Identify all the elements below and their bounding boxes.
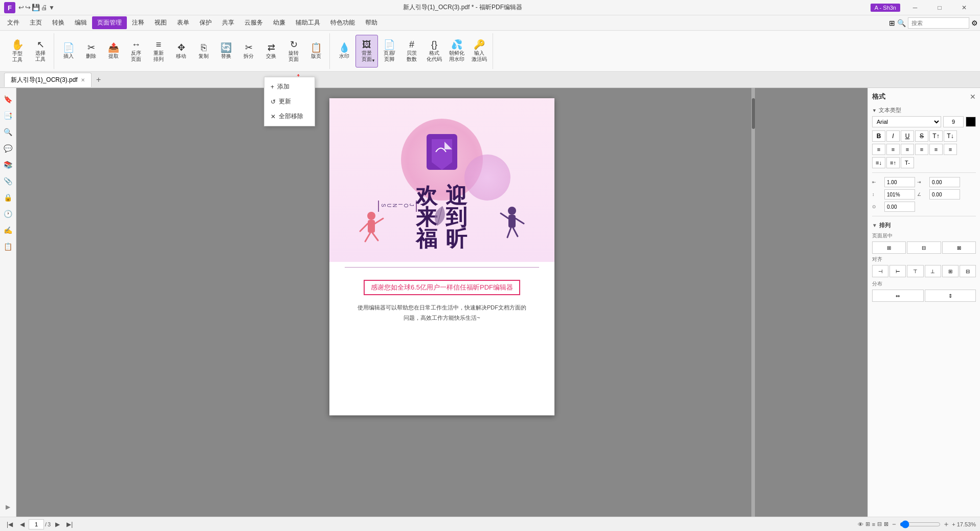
canvas-scrollbar[interactable] bbox=[751, 88, 755, 517]
scrollbar-thumb[interactable] bbox=[752, 98, 755, 129]
background-button[interactable]: 🖼 背景页面 ▼ bbox=[355, 35, 378, 68]
view-grid-icon[interactable]: ⊠ bbox=[884, 521, 888, 527]
zoom-slider[interactable] bbox=[900, 520, 941, 528]
last-page-button[interactable]: ▶| bbox=[64, 519, 75, 530]
menu-help[interactable]: 帮助 bbox=[360, 16, 383, 29]
strikethrough-button[interactable]: S bbox=[915, 130, 928, 142]
align-middle-button[interactable]: ⊞ bbox=[942, 265, 959, 277]
reverse-button[interactable]: ↔ 反序页面 bbox=[125, 35, 147, 68]
active-tab[interactable]: 新人引导(1)_OCR(3).pdf ✕ bbox=[4, 73, 92, 87]
prev-page-button[interactable]: ◀ bbox=[16, 519, 28, 530]
font-size-input[interactable] bbox=[943, 116, 964, 127]
menu-special[interactable]: 幼廉 bbox=[268, 16, 291, 29]
sidebar-digital-icon[interactable]: ✍ bbox=[1, 223, 15, 237]
bold-button[interactable]: B bbox=[872, 130, 885, 142]
menu-edit[interactable]: 编辑 bbox=[70, 16, 92, 29]
reorder-button[interactable]: ≡ 重新排列 bbox=[147, 35, 170, 68]
dropdown-remove-all[interactable]: ✕ 全部移除 bbox=[264, 109, 315, 124]
text-size-button[interactable]: T- bbox=[901, 157, 914, 168]
first-page-button[interactable]: |◀ bbox=[4, 519, 15, 530]
line-spacing-input[interactable] bbox=[884, 189, 915, 200]
bates-button[interactable]: # 贝茨数数 bbox=[400, 35, 423, 68]
print-icon[interactable]: 🖨 bbox=[41, 4, 48, 11]
format-code-button[interactable]: {} 格式化代码 bbox=[423, 35, 446, 68]
view-mode-icon[interactable]: ⊞ bbox=[865, 521, 870, 527]
exchange-button[interactable]: ⇄ 交换 bbox=[260, 35, 282, 68]
save-icon[interactable]: 💾 bbox=[32, 4, 40, 11]
sidebar-search-icon[interactable]: 🔍 bbox=[1, 125, 15, 139]
dropdown-update[interactable]: ↺ 更新 bbox=[264, 94, 315, 109]
sidebar-comment-icon[interactable]: 💬 bbox=[1, 141, 15, 156]
rotate-button[interactable]: ↻ 旋转页面 bbox=[282, 35, 305, 68]
sidebar-copy2-icon[interactable]: 📋 bbox=[1, 239, 15, 254]
align-justify-button[interactable]: ≡ bbox=[915, 144, 928, 155]
menu-file[interactable]: 文件 bbox=[2, 16, 25, 29]
left-spacing-input[interactable] bbox=[884, 177, 915, 187]
sidebar-history-icon[interactable]: 🕐 bbox=[1, 207, 15, 221]
menu-view[interactable]: 视图 bbox=[149, 16, 172, 29]
replace-button[interactable]: 🔄 替换 bbox=[215, 35, 237, 68]
menu-protect[interactable]: 保护 bbox=[194, 16, 217, 29]
redact-watermark-button[interactable]: 💦 朝鲜化用水印 bbox=[446, 35, 468, 68]
list-number-button[interactable]: ≡↑ bbox=[886, 157, 900, 168]
tab-close-button[interactable]: ✕ bbox=[81, 77, 85, 83]
align-left2-button[interactable]: ⊣ bbox=[872, 265, 888, 277]
text-color-picker[interactable] bbox=[966, 117, 976, 127]
menu-features[interactable]: 特色功能 bbox=[325, 16, 360, 29]
align-right-button[interactable]: ≡ bbox=[901, 144, 914, 155]
settings-icon[interactable]: ⚙ bbox=[971, 19, 978, 27]
search-input[interactable] bbox=[908, 17, 969, 29]
close-button[interactable]: ✕ bbox=[952, 0, 976, 15]
header-footer-button[interactable]: 📄 页眉/页脚 bbox=[378, 35, 400, 68]
split-button[interactable]: ✂ 拆分 bbox=[237, 35, 260, 68]
subscript-button[interactable]: T↓ bbox=[944, 130, 957, 142]
align-top2-button[interactable]: ⊥ bbox=[925, 265, 941, 277]
align-left-button[interactable]: ≡ bbox=[872, 144, 885, 155]
zoom-in-button[interactable]: ＋ bbox=[943, 520, 950, 529]
extra-input[interactable] bbox=[884, 202, 915, 212]
template-button[interactable]: 📋 版页 bbox=[305, 35, 327, 68]
menu-cloud[interactable]: 云服务 bbox=[239, 16, 268, 29]
angle-input[interactable] bbox=[929, 189, 960, 200]
align-bottom2-button[interactable]: ⊟ bbox=[960, 265, 976, 277]
align-top-button[interactable]: ≡ bbox=[929, 144, 943, 155]
sidebar-expand-icon[interactable]: ▶ bbox=[4, 501, 12, 513]
underline-button[interactable]: U bbox=[901, 130, 914, 142]
view-list-icon[interactable]: ≡ bbox=[872, 521, 875, 527]
align-bottom-button[interactable]: ≡ bbox=[944, 144, 957, 155]
sidebar-attachment-icon[interactable]: 📎 bbox=[1, 174, 15, 188]
italic-button[interactable]: I bbox=[886, 130, 900, 142]
distribute-v-button[interactable]: ⇕ bbox=[925, 290, 976, 302]
customize-icon[interactable]: ▼ bbox=[49, 4, 55, 11]
align-right2-button[interactable]: ⊤ bbox=[907, 265, 923, 277]
new-tab-button[interactable]: + bbox=[93, 74, 105, 86]
next-page-button[interactable]: ▶ bbox=[52, 519, 63, 530]
menu-annotate[interactable]: 注释 bbox=[127, 16, 149, 29]
select-tool-button[interactable]: ↖ 选择工具 bbox=[29, 35, 52, 68]
activate-button[interactable]: 🔑 输入激活码 bbox=[468, 35, 491, 68]
page-number-input[interactable] bbox=[29, 519, 44, 529]
watermark-button[interactable]: 💧 水印 bbox=[333, 35, 355, 68]
undo-icon[interactable]: ↩ bbox=[18, 4, 24, 11]
menu-share[interactable]: 共享 bbox=[217, 16, 239, 29]
sidebar-bookmark-icon[interactable]: 🔖 bbox=[1, 92, 15, 106]
delete-button[interactable]: ✂ 删除 bbox=[80, 35, 102, 68]
redo-icon[interactable]: ↪ bbox=[25, 4, 31, 11]
minimize-button[interactable]: ─ bbox=[903, 0, 927, 15]
align-center-button[interactable]: ≡ bbox=[886, 144, 900, 155]
menu-page-manage[interactable]: 页面管理 bbox=[92, 16, 127, 29]
font-family-select[interactable]: Arial bbox=[872, 116, 941, 127]
layout-view-icon[interactable]: ⊞ bbox=[889, 19, 895, 27]
superscript-button[interactable]: T↑ bbox=[929, 130, 943, 142]
hand-tool-button[interactable]: ✋ 手型工具 bbox=[6, 35, 29, 68]
center-h-button[interactable]: ⊞ bbox=[872, 241, 906, 254]
copy-button[interactable]: ⎘ 复制 bbox=[192, 35, 215, 68]
view-split-icon[interactable]: ⊟ bbox=[877, 521, 882, 527]
menu-home[interactable]: 主页 bbox=[25, 16, 47, 29]
canvas-area[interactable]: JOINUS 欢 迎 来 到 福 昕 bbox=[16, 88, 867, 517]
center-hv-button[interactable]: ⊠ bbox=[942, 241, 976, 254]
dropdown-add[interactable]: + 添加 bbox=[264, 79, 315, 94]
move-button[interactable]: ✥ 移动 bbox=[170, 35, 192, 68]
distribute-h-button[interactable]: ⇔ bbox=[872, 290, 924, 302]
maximize-button[interactable]: □ bbox=[928, 0, 951, 15]
